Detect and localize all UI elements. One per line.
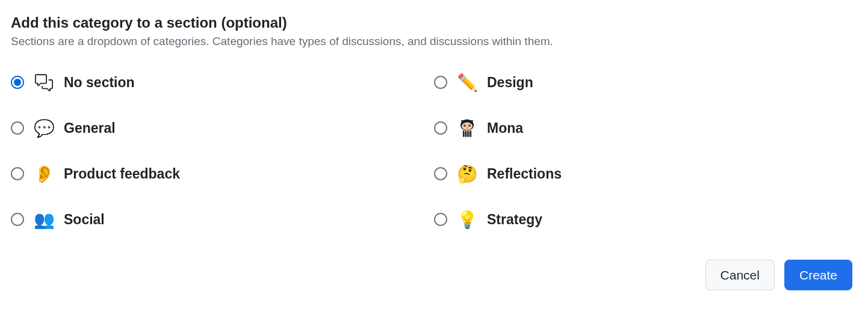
section-option-label: Design: [487, 75, 533, 91]
section-option-label: General: [64, 120, 116, 136]
form-actions: Cancel Create: [11, 260, 857, 290]
section-option-product-feedback[interactable]: 👂 Product feedback: [11, 163, 434, 184]
svg-point-2: [463, 124, 466, 127]
speech-bubble-emoji: 💬: [34, 118, 54, 138]
thinking-face-emoji: 🤔: [457, 163, 477, 184]
radio-input[interactable]: [434, 213, 447, 226]
create-button[interactable]: Create: [784, 260, 852, 290]
radio-input[interactable]: [11, 76, 24, 89]
mona-icon: [457, 118, 477, 138]
svg-point-5: [470, 125, 470, 126]
section-option-label: No section: [64, 75, 135, 91]
radio-input[interactable]: [434, 76, 447, 89]
section-option-label: Reflections: [487, 166, 562, 182]
radio-input[interactable]: [434, 167, 447, 180]
svg-point-4: [465, 125, 465, 126]
section-heading: Add this category to a section (optional…: [11, 14, 857, 31]
section-option-label: Mona: [487, 120, 523, 136]
section-option-strategy[interactable]: 💡 Strategy: [434, 209, 857, 230]
section-option-social[interactable]: 👥 Social: [11, 209, 434, 230]
cancel-button[interactable]: Cancel: [705, 260, 775, 290]
radio-input[interactable]: [11, 213, 24, 226]
radio-input[interactable]: [11, 167, 24, 180]
section-option-reflections[interactable]: 🤔 Reflections: [434, 163, 857, 184]
section-option-general[interactable]: 💬 General: [11, 118, 434, 138]
radio-input[interactable]: [11, 121, 24, 135]
lightbulb-emoji: 💡: [457, 209, 477, 230]
ear-emoji: 👂: [34, 163, 54, 184]
pencil-emoji: ✏️: [457, 72, 477, 93]
svg-point-1: [462, 123, 473, 130]
section-option-label: Product feedback: [64, 166, 180, 182]
section-option-design[interactable]: ✏️ Design: [434, 72, 857, 93]
radio-input[interactable]: [434, 121, 447, 135]
section-option-label: Strategy: [487, 212, 542, 228]
comment-discussion-icon: [34, 72, 54, 93]
section-option-mona[interactable]: Mona: [434, 118, 857, 138]
section-option-label: Social: [64, 212, 105, 228]
section-subheading: Sections are a dropdown of categories. C…: [11, 35, 857, 48]
svg-point-3: [468, 124, 471, 127]
svg-point-6: [467, 127, 468, 129]
section-option-no-section[interactable]: No section: [11, 72, 434, 93]
busts-emoji: 👥: [34, 209, 54, 230]
section-options-grid: No section ✏️ Design 💬 General: [11, 72, 857, 230]
